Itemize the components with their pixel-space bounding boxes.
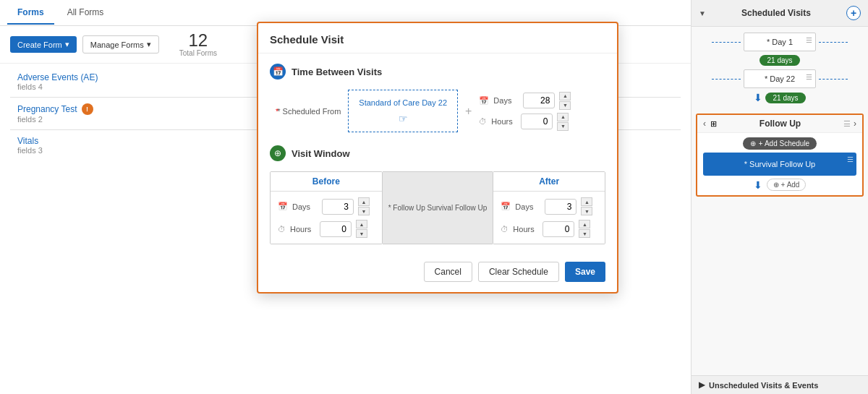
hours-label: Hours [491,117,516,126]
before-days-up[interactable]: ▲ [358,197,370,206]
time-between-visits-label: Time Between Visits [292,67,382,77]
before-body: 📅 Days ▲ ▼ ⏱ Hours [271,192,382,244]
add-schedule-icon: ⊕ [750,140,756,147]
dashed-line-left2 [712,79,741,80]
create-form-label: Create Form [17,40,62,49]
dashed-line-right [819,42,848,43]
triangle-right-icon: ▶ [699,380,705,390]
modal-body: 📅 Time Between Visits ** Scheduled From … [258,53,617,254]
scheduled-from-row: ** Scheduled From Standard of Care Day 2… [270,90,605,132]
day1-node[interactable]: ☰ * Day 1 [744,33,816,51]
scheduled-visits-title: Scheduled Visits [741,8,811,18]
plus-circle-icon: ⊕ [270,145,286,161]
right-panel-content: ☰ * Day 1 21 days ☰ * Day 22 [692,27,868,375]
after-header: After [493,172,605,192]
day22-node[interactable]: ☰ * Day 22 [744,69,816,88]
before-header: Before [271,172,382,192]
hours-down-button[interactable]: ▼ [557,122,569,131]
calendar-icon-after: 📅 [501,202,511,211]
follow-up-body: ⊕ + Add Schedule ☰ * Survival Follow Up … [697,133,862,195]
dashed-line-right2 [819,79,848,80]
tab-all-forms[interactable]: All Forms [57,1,114,25]
scheduled-from-label: ** Scheduled From [276,107,341,116]
before-hours-spin: ▲ ▼ [356,220,367,238]
calendar-icon: 📅 [270,64,286,80]
hours-spin-buttons: ▲ ▼ [557,113,569,131]
day1-group: ☰ * Day 1 21 days ☰ * Day 22 [699,33,861,105]
add-visit-button[interactable]: + [846,6,861,20]
follow-up-title: Follow Up [760,119,801,129]
modal-footer: Cancel Clear Schedule Save [258,254,617,292]
after-days-input[interactable] [545,199,576,215]
center-label: * Follow Up Survival Follow Up [383,171,493,244]
cancel-button[interactable]: Cancel [424,262,472,282]
scheduled-from-dropdown[interactable]: Standard of Care Day 22 ☞ [348,90,458,132]
days-up-button[interactable]: ▲ [559,92,571,100]
hours-input[interactable] [521,114,553,129]
menu-icon-card: ☰ [847,155,854,163]
after-hours-label: Hours [513,225,538,234]
plus-icon: + [465,105,472,118]
panel-icon: ⊞ [710,119,717,129]
diamond-row: ⬇ ⊕ + Add [754,179,807,191]
triangle-icon: ▼ [699,9,706,17]
right-panel: ▼ Scheduled Visits + ☰ * Day 1 21 days [691,0,868,394]
chevron-down-icon-2: ▾ [147,40,151,49]
sv-tree: ☰ * Day 1 21 days ☰ * Day 22 [692,27,868,111]
before-panel: Before 📅 Days ▲ ▼ ⏱ [270,171,383,244]
before-hours-label: Hours [290,225,315,234]
left-panel: Forms All Forms Create Form ▾ Manage For… [0,0,691,394]
before-days-spin: ▲ ▼ [358,197,370,215]
modal-title: Schedule Visit [270,33,605,46]
after-hours-spin: ▲ ▼ [579,220,590,238]
menu-icon-follow-up: ☰ [843,119,851,129]
add-small-button[interactable]: ⊕ + Add [767,179,807,191]
manage-forms-button[interactable]: Manage Forms ▾ [82,35,159,53]
after-days-spin: ▲ ▼ [581,197,592,215]
after-days-down[interactable]: ▼ [581,207,592,215]
nav-left-button[interactable]: ‹ [703,119,706,129]
save-button[interactable]: Save [565,262,605,282]
before-hours-input[interactable] [320,221,352,237]
follow-up-nav: ‹ ⊞ [703,119,717,129]
clock-icon: ⏱ [479,117,487,126]
add-schedule-label: + Add Schedule [759,140,809,147]
before-days-down[interactable]: ▼ [358,207,370,215]
after-hours-input[interactable] [542,221,574,237]
follow-up-header: ‹ ⊞ Follow Up ☰ › [697,115,862,133]
after-hours-down[interactable]: ▼ [579,229,590,238]
follow-up-controls: ☰ › [843,119,856,129]
after-days-label: Days [515,202,540,211]
days-down-button[interactable]: ▼ [559,101,571,110]
form-name: Pregnancy Test [17,104,77,114]
day22-badge: 21 days [765,93,805,103]
nav-right-button[interactable]: › [854,119,856,129]
days-input[interactable] [523,93,555,108]
visit-window-section: ⊕ Visit Window [270,145,605,161]
after-body: 📅 Days ▲ ▼ ⏱ Hours [493,192,605,244]
before-days-label: Days [292,202,318,211]
after-days-up[interactable]: ▲ [581,197,592,206]
right-panel-header: ▼ Scheduled Visits + [692,0,868,27]
orange-dot-icon: ! [82,103,93,115]
clear-schedule-button[interactable]: Clear Schedule [478,262,559,282]
menu-icon: ☰ [806,36,812,44]
before-hours-up[interactable]: ▲ [356,220,367,228]
hours-up-button[interactable]: ▲ [557,113,569,121]
before-hours-row: ⏱ Hours ▲ ▼ [278,220,375,238]
before-hours-down[interactable]: ▼ [356,229,367,238]
tab-forms[interactable]: Forms [7,1,54,25]
calendar-small-icon: 📅 [479,96,489,106]
unscheduled-section[interactable]: ▶ Unscheduled Visits & Events [692,375,868,394]
before-days-input[interactable] [322,199,354,215]
after-hours-up[interactable]: ▲ [579,220,590,228]
create-form-button[interactable]: Create Form ▾ [10,36,77,53]
menu-icon-2: ☰ [806,73,812,81]
add-schedule-button[interactable]: ⊕ + Add Schedule [743,137,817,150]
survival-follow-up-card[interactable]: ☰ * Survival Follow Up [703,153,856,176]
manage-forms-label: Manage Forms [90,40,144,49]
arrow-down-follow-up: ⬇ [754,179,762,191]
day1-badge: 21 days [760,55,799,66]
before-days-row: 📅 Days ▲ ▼ [278,197,375,215]
after-hours-row: ⏱ Hours ▲ ▼ [501,220,597,238]
